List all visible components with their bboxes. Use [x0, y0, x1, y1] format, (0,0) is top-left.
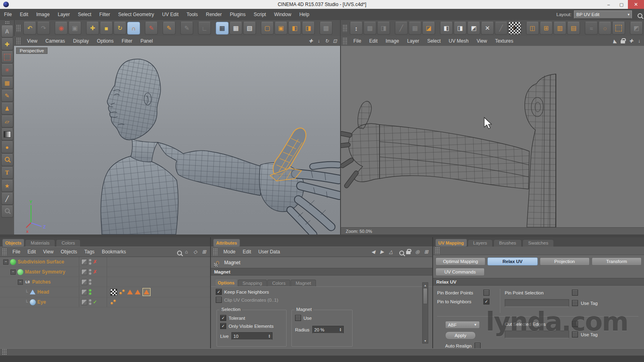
- toolbar-grip[interactable]: [2, 349, 7, 356]
- cube-uvw-icon[interactable]: ◨: [302, 22, 315, 35]
- sep[interactable]: [141, 22, 144, 34]
- uv-editor-viewport[interactable]: [340, 46, 644, 227]
- disable-x-icon[interactable]: ✗: [93, 259, 97, 265]
- rotate-view-icon[interactable]: ↻: [323, 37, 330, 45]
- add-panel-icon[interactable]: ⊞: [200, 248, 208, 255]
- pin-point-selection-field[interactable]: [505, 299, 569, 307]
- redo-icon[interactable]: ↷: [37, 22, 50, 35]
- sep[interactable]: [212, 22, 215, 34]
- expander-icon[interactable]: −: [10, 269, 16, 275]
- mode-button[interactable]: Optimal Mapping: [436, 257, 485, 265]
- phong-tag-icon[interactable]: [119, 289, 125, 295]
- selection-tag-active-icon[interactable]: [142, 288, 151, 296]
- table-row[interactable]: └ Head: [0, 287, 210, 297]
- menu-item[interactable]: Tools: [183, 12, 202, 17]
- menu-item[interactable]: Display: [69, 38, 93, 44]
- forward-icon[interactable]: ▶: [378, 248, 386, 255]
- scrollbar[interactable]: ▲ ▼: [422, 282, 428, 343]
- toolbar-grip[interactable]: [343, 37, 347, 45]
- apply-button[interactable]: Apply: [445, 331, 476, 339]
- rectangle-select-icon[interactable]: [1, 51, 13, 63]
- pin-uv-icon[interactable]: ↕: [350, 22, 363, 35]
- fit-uv-right-icon[interactable]: ◨: [454, 22, 466, 35]
- uv-circle-select-icon[interactable]: ◌: [599, 22, 611, 35]
- scale-icon[interactable]: ■: [100, 22, 113, 35]
- sep[interactable]: [581, 22, 584, 34]
- visibility-dots-icon[interactable]: [89, 289, 91, 295]
- uv-copy-icon[interactable]: ▩: [363, 22, 376, 35]
- layer-icon[interactable]: [81, 259, 87, 265]
- search-icon[interactable]: [174, 248, 181, 255]
- menu-item[interactable]: User Data: [255, 249, 284, 255]
- toolbar-grip[interactable]: [343, 25, 347, 32]
- phong-tag-icon[interactable]: [110, 299, 116, 305]
- fit-uv-left-icon[interactable]: ◧: [440, 22, 453, 35]
- star-shape-icon[interactable]: ★: [1, 180, 13, 192]
- menu-item[interactable]: Edit: [24, 249, 39, 255]
- mode-button[interactable]: Projection: [540, 257, 590, 265]
- sep[interactable]: [257, 22, 260, 34]
- table-row[interactable]: − Subdivision Surface ✗: [0, 257, 210, 267]
- magnet-icon[interactable]: ∩: [127, 22, 140, 35]
- selection-tag-icon[interactable]: [127, 290, 133, 294]
- mode-button[interactable]: Transform: [592, 257, 642, 265]
- menu-item[interactable]: Filter: [118, 38, 136, 44]
- fit-uv-both-icon[interactable]: ◩: [467, 22, 480, 35]
- scroll-down-icon[interactable]: ▼: [423, 338, 428, 343]
- menu-item[interactable]: File: [9, 249, 24, 255]
- toolbar-grip[interactable]: [16, 37, 21, 45]
- cube-polygons-icon[interactable]: ◧: [288, 22, 301, 35]
- auto-realign-checkbox[interactable]: [475, 343, 481, 349]
- tab[interactable]: UV Mapping: [436, 239, 467, 247]
- toolbar-grip[interactable]: [5, 21, 10, 24]
- bodypaint-logo-icon[interactable]: A: [1, 25, 13, 37]
- grid-calc-icon[interactable]: ▦: [409, 22, 421, 35]
- toolbar-grip[interactable]: [2, 248, 7, 255]
- menu-item[interactable]: Edit: [365, 38, 382, 44]
- menu-item[interactable]: View: [39, 249, 57, 255]
- table-row[interactable]: − L0 Patches: [0, 277, 210, 287]
- uv-pointer-icon[interactable]: ◩: [630, 22, 643, 35]
- text-tool-icon[interactable]: T: [1, 167, 13, 179]
- pan-view-icon[interactable]: ✚: [627, 37, 635, 45]
- texture-cube-uvw-icon[interactable]: ▧: [243, 22, 256, 35]
- menu-item[interactable]: Options: [93, 38, 118, 44]
- menu-item[interactable]: Select: [74, 12, 95, 17]
- stamp-icon[interactable]: ♟: [1, 103, 13, 115]
- sep[interactable]: [436, 22, 439, 34]
- enable-check-icon[interactable]: ✓: [93, 299, 97, 305]
- menu-item[interactable]: Tags: [81, 249, 98, 255]
- menu-item[interactable]: Layer: [54, 12, 74, 17]
- tab[interactable]: Swatches: [522, 239, 554, 247]
- menu-item[interactable]: Select Geometry: [114, 12, 158, 17]
- zoom-view-icon[interactable]: ↓: [636, 37, 643, 45]
- section-header[interactable]: Magnet: [211, 268, 432, 276]
- scroll-up-icon[interactable]: ▲: [423, 283, 428, 288]
- tab-attributes[interactable]: Attributes: [213, 239, 240, 247]
- sep[interactable]: [82, 22, 85, 34]
- menu-item[interactable]: Layer: [403, 38, 423, 44]
- menu-item[interactable]: Render: [202, 12, 226, 17]
- menu-item[interactable]: Window: [270, 12, 295, 17]
- menu-item[interactable]: Select: [423, 38, 444, 44]
- toolbar-grip[interactable]: [213, 248, 218, 255]
- tab[interactable]: Brushes: [493, 239, 522, 247]
- radius-field[interactable]: 20 % ▲▼: [312, 326, 344, 333]
- projection-lock-icon[interactable]: ∟: [198, 22, 211, 35]
- spinner-icon[interactable]: ▲▼: [339, 328, 342, 332]
- filter-icon[interactable]: ◇: [192, 248, 199, 255]
- layer-icon[interactable]: [81, 269, 87, 275]
- zoom-tool-icon[interactable]: [1, 206, 13, 218]
- focus-icon[interactable]: ◎: [414, 248, 421, 255]
- menu-item[interactable]: Objects: [57, 249, 81, 255]
- uv-commands-button[interactable]: UV Commands: [436, 268, 485, 276]
- menu-item[interactable]: File: [349, 38, 365, 44]
- sep[interactable]: [522, 22, 525, 34]
- cut-selected-edges-checkbox[interactable]: [572, 321, 578, 327]
- uv-square-select-icon[interactable]: [612, 22, 625, 35]
- panel-divider[interactable]: [0, 234, 644, 237]
- sep[interactable]: [159, 22, 162, 34]
- use-magnet-checkbox[interactable]: [295, 315, 301, 321]
- max-uv-checker-icon[interactable]: ✕: [508, 22, 521, 35]
- pan-view-icon[interactable]: ✚: [307, 37, 314, 45]
